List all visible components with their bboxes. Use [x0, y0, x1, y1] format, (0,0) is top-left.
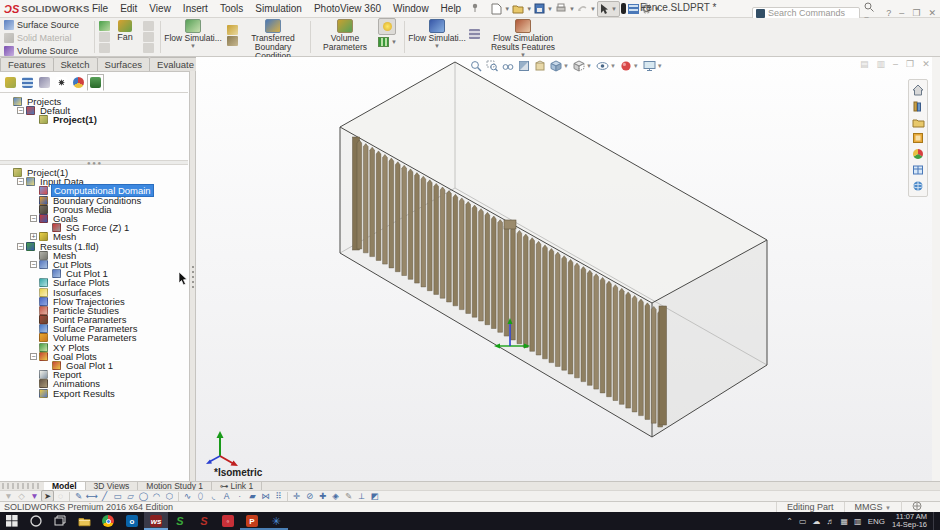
repair-sketch-icon[interactable]: ✚	[316, 491, 329, 501]
quick-snaps-icon[interactable]: ◈	[329, 491, 342, 501]
options-table-button[interactable]	[627, 1, 640, 17]
taskbar-app-swoosh-red[interactable]: S	[192, 512, 216, 530]
pin-menu-icon[interactable]	[471, 3, 480, 14]
menu-photoview-360[interactable]: PhotoView 360	[308, 3, 387, 14]
feature-manager-tab[interactable]	[2, 74, 19, 91]
taskbar-app-task-view[interactable]	[48, 512, 72, 530]
dropdown-caret-icon[interactable]: ▼	[569, 6, 575, 12]
units-selector[interactable]: MMGS ▼	[844, 502, 901, 512]
led-icon[interactable]	[143, 32, 154, 42]
component-control-icon[interactable]	[99, 21, 110, 31]
tree-expander-icon[interactable]: +	[30, 233, 37, 240]
tree-expander-icon[interactable]: −	[30, 261, 37, 268]
display-manager-tab[interactable]	[70, 74, 87, 91]
panel-splitter-vertical[interactable]	[190, 71, 196, 481]
volume-source-button[interactable]: Volume Source	[2, 45, 92, 57]
display-style-icon[interactable]: ▼	[573, 60, 592, 72]
print-button[interactable]	[554, 1, 568, 17]
results-features-button[interactable]: Flow Simulation Results Features▼	[484, 19, 562, 58]
configuration-manager-tab[interactable]	[36, 74, 53, 91]
line-tool-icon[interactable]: ╱	[98, 491, 111, 501]
restore-button[interactable]: ❐	[908, 8, 924, 18]
shaded-contours-icon[interactable]: ◩	[368, 491, 381, 501]
surface-source-button[interactable]: Surface Source	[2, 19, 92, 31]
taskbar-app-blue-asterisk[interactable]: ✳	[264, 512, 288, 530]
point-tool-icon[interactable]: ∙	[233, 491, 246, 501]
tree-item-results-1-fld-[interactable]: −Results (1.fld)	[4, 242, 154, 251]
show-desktop-button[interactable]	[933, 512, 936, 530]
undo-button[interactable]	[576, 1, 589, 17]
tab-features[interactable]: Features	[0, 57, 54, 71]
menu-help[interactable]: Help	[435, 3, 468, 14]
menu-simulation[interactable]: Simulation	[249, 3, 308, 14]
transferred-boundary-condition-button[interactable]: Transferred Boundary Condition	[240, 19, 306, 61]
section-view-icon[interactable]	[518, 60, 530, 72]
taskbar-app-cortana-search[interactable]	[24, 512, 48, 530]
goals-small-icon[interactable]	[143, 43, 154, 53]
flow-simulation-tree-tab[interactable]	[87, 74, 104, 91]
menu-file[interactable]: File	[86, 3, 114, 14]
rapid-sketch-icon[interactable]: ✎	[342, 491, 355, 501]
tab-scroll-grip[interactable]	[2, 483, 42, 489]
tree-expander-icon[interactable]: −	[30, 353, 37, 360]
mirror-tool-icon[interactable]: ⋈	[259, 491, 272, 501]
taskbar-app-outlook[interactable]: o	[120, 512, 144, 530]
doc-prop-icon[interactable]: ▤	[856, 59, 873, 69]
zoom-to-area-icon[interactable]	[486, 60, 498, 72]
check-geometry-icon[interactable]	[99, 43, 110, 53]
minimize-button[interactable]: –	[895, 8, 908, 18]
taskbar-app-file-explorer[interactable]	[72, 512, 96, 530]
tree-item-export-results[interactable]: Export Results	[4, 389, 154, 398]
linear-pattern-icon[interactable]: ⠿	[272, 491, 285, 501]
tab-evaluate[interactable]: Evaluate	[149, 57, 202, 71]
panel-splitter-horizontal[interactable]: ● ● ●	[0, 160, 188, 165]
mesh-display-dropdown[interactable]: ▼	[378, 37, 400, 47]
previous-view-icon[interactable]	[502, 60, 514, 72]
volume-icon[interactable]: ♬	[824, 517, 838, 526]
doc-pane-icon[interactable]: ▥	[873, 59, 890, 69]
dimxpert-manager-tab[interactable]	[53, 74, 70, 91]
fan-button[interactable]: Fan	[112, 18, 138, 56]
move-entities-icon[interactable]: ✛	[290, 491, 303, 501]
tree-expander-icon[interactable]: −	[17, 243, 24, 250]
hide-show-items-icon[interactable]: ▼	[596, 60, 616, 72]
taskbar-app-powerpoint[interactable]: P	[240, 512, 264, 530]
open-document-button[interactable]	[511, 1, 525, 17]
lasso-select-icon[interactable]: ◌	[54, 491, 67, 501]
tree-expander-icon[interactable]: −	[17, 107, 24, 114]
dropdown-caret-icon[interactable]: ▼	[526, 6, 532, 12]
taskbar-app-solidworks[interactable]: ws	[144, 512, 168, 530]
lightbulb-toggle-button[interactable]	[378, 18, 396, 35]
dropdown-caret-icon[interactable]: ▼	[590, 6, 596, 12]
heat-source-icon[interactable]	[143, 21, 154, 31]
tree-expander-icon[interactable]: −	[17, 178, 24, 185]
plane-tool-icon[interactable]: ▰	[246, 491, 259, 501]
model-tab-link-1[interactable]: ⊶Link 1	[212, 482, 262, 490]
appearances-scenes-tab[interactable]	[912, 148, 925, 160]
taskbar-app-edrawings-green[interactable]: S	[168, 512, 192, 530]
zoom-to-fit-icon[interactable]	[470, 60, 482, 72]
view-orientation-icon[interactable]: ▼	[550, 60, 569, 72]
taskbar-app-chrome[interactable]	[96, 512, 120, 530]
polygon-tool-icon[interactable]: ⬡	[163, 491, 176, 501]
solidworks-forum-tab[interactable]	[912, 180, 925, 192]
xpress-tools-button[interactable]	[620, 1, 627, 17]
tab-surfaces[interactable]: Surfaces	[97, 57, 151, 71]
close-button[interactable]: ✕	[924, 8, 940, 18]
language-indicator[interactable]: ENG	[865, 517, 888, 526]
clear-filter-icon[interactable]: ◇	[15, 491, 28, 501]
filter-toggle-icon[interactable]: ▼	[2, 491, 15, 501]
slot-tool-icon[interactable]: ▱	[124, 491, 137, 501]
file-explorer-tab[interactable]	[912, 116, 925, 128]
doc-minimize-icon[interactable]: –	[889, 59, 902, 69]
taskbar-app-red-badge[interactable]: ◦	[216, 512, 240, 530]
view-palette-tab[interactable]	[912, 132, 925, 144]
design-library-tab[interactable]	[912, 100, 925, 112]
menu-window[interactable]: Window	[387, 3, 435, 14]
select-button[interactable]: ▼	[597, 1, 620, 17]
doc-close-icon[interactable]: ✕	[918, 59, 932, 69]
smart-dimension-icon[interactable]: ⟷	[85, 491, 98, 501]
display-relations-icon[interactable]: ⊘	[303, 491, 316, 501]
graphics-viewport[interactable]: ▼▼▼▼▼ ▤ ▥ – ❐ ✕ *Isometric	[196, 57, 932, 481]
view-settings-icon[interactable]: ▼	[643, 60, 663, 72]
